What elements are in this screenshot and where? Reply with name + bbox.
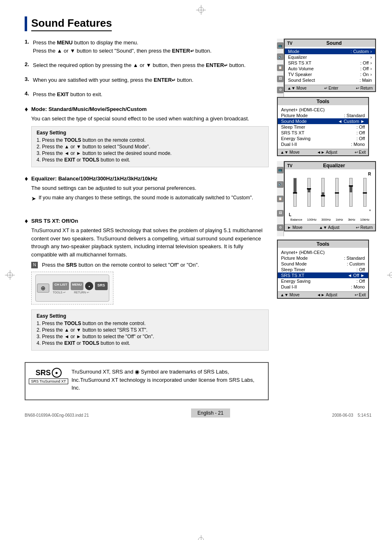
eq-plus-label: + [286, 208, 374, 212]
remote-dpad: ⊕ [37, 284, 49, 293]
tools1-anynet-label: Anynet+ (HDMI-CEC) [281, 107, 365, 112]
tv-side-icons-sound: 📺 🔊 📋 🖼 ⚙ [277, 39, 284, 97]
bullet-eq-sym: ♦ [25, 175, 29, 205]
list-item: 4. Press the EXIT or TOOLS button to exi… [37, 340, 263, 346]
sound-panel-footer: ▲▼ Move ↵ Enter ↩ Return [285, 85, 375, 91]
list-item: 2. Press the ▲ or ▼ button to select "SR… [37, 327, 263, 333]
srs-logo-bottom: SRS TruSurround XT [29, 378, 68, 384]
note-icon: N [31, 262, 38, 268]
tools2-footer-exit: ↩ Exit [355, 293, 366, 297]
right-column: 📺 🔊 📋 🖼 ⚙ TV Sound Mode [277, 39, 371, 400]
tools1-sleep-value: : Off [356, 125, 365, 129]
eq-arrow: › [370, 55, 372, 60]
tools2-dual-value: : Mono [351, 284, 365, 289]
eq-marker-3khz [349, 185, 353, 187]
tools2-sleep-value: : Off [356, 267, 365, 272]
remote-tools-row: TOOLS ↵ RETURN ↩ [53, 291, 107, 294]
crosshair-left [5, 270, 15, 280]
sound-row-tv-spk: TV Speaker : On › [285, 72, 375, 77]
eq-track-10khz [363, 178, 367, 207]
eq-bar-100hz [307, 178, 311, 207]
remote-menu-btn[interactable]: MENU [71, 282, 84, 290]
srs-arrow: › [370, 60, 372, 65]
eq-bars-row [286, 176, 374, 208]
tools2-title: Tools [280, 241, 366, 247]
eq-bar-3khz [349, 178, 353, 207]
eq-marker-300hz [321, 195, 325, 196]
tools1-row-pic: Picture Mode : Standard [278, 113, 368, 118]
tools1-sound-value: ◄ Custom ► [338, 119, 365, 124]
tools2-srs-label: SRS TS XT [281, 273, 348, 278]
tv-icon-1: 📺 [277, 42, 284, 49]
crosshair-top [196, 5, 206, 15]
step-4-num: 4. [25, 90, 30, 101]
eq-marker-100hz [307, 188, 311, 189]
sound-eq-label: Equalizer [288, 55, 370, 60]
remote-circle-btn[interactable]: ● [85, 282, 93, 290]
tools2-energy-value: : Off [356, 279, 365, 284]
sound-srs-value: : Off › [360, 60, 372, 65]
tools2-pic-value: : Standard [344, 256, 365, 261]
eq-fill-balance [294, 178, 296, 192]
sound-eq-value: › [370, 55, 372, 60]
easy-setting-mode-steps: 1. Press the TOOLS button on the remote … [37, 137, 263, 163]
eq-panel: TV Equalizer R [284, 161, 376, 231]
tools2-row-sleep: Sleep Timer : Off [278, 267, 368, 272]
remote-srs-btn[interactable]: SRS [95, 282, 108, 290]
tools2-energy-label: Energy Saving [281, 279, 356, 284]
bullet-srs-title: SRS TS XT: Off/On [31, 217, 269, 225]
list-item: 4. Press the EXIT or TOOLS button to exi… [37, 157, 263, 163]
content-area: 1. Press the MENU button to display the … [25, 39, 371, 400]
eq-panel-inner: TV Equalizer R [284, 161, 376, 236]
eq-col-3khz: 3kHz [348, 218, 355, 222]
step-2-content: Select the required option by pressing t… [33, 61, 269, 72]
srs-text: SRS [35, 369, 51, 377]
step-3: 3. When you are satisfied with your sett… [25, 76, 269, 87]
eq-bar-300hz [321, 178, 325, 207]
srs-logo-top: SRS ● [35, 368, 61, 378]
sound-row-mode: Mode : Custom › [285, 48, 375, 54]
easy-setting-srs: Easy Setting 1. Press the TOOLS button o… [31, 309, 269, 351]
footer-date: 2008-06-03 [332, 413, 353, 418]
eq-l-text: L [289, 212, 291, 217]
srs-remote-note: N Press the SRS button on the remote con… [31, 262, 269, 268]
eq-track-1khz [335, 178, 339, 207]
tools1-row-energy: Energy Saving : Off [278, 136, 368, 141]
srs-circle: ● [52, 368, 62, 378]
bottom-note-text: TruSurround XT, SRS and ◉ Symbol are tra… [71, 368, 261, 392]
tools1-pic-label: Picture Mode [281, 113, 344, 118]
tools1-row-dual: Dual I-II : Mono [278, 141, 368, 147]
av-arrow: › [370, 66, 372, 71]
tools1-footer-adjust: ◄► Adjust [317, 150, 337, 155]
mode-arrow-right: › [370, 49, 372, 54]
eq-note-text: If you make any changes to these setting… [39, 195, 253, 201]
remote-graphic: ⊕ CH LIST MENU ● SRS [35, 275, 109, 302]
remote-ch-list-btn[interactable]: CH LIST [53, 282, 69, 290]
tools1-sound-label: Sound Mode [281, 119, 338, 124]
tools2-pic-label: Picture Mode [281, 256, 344, 261]
bottom-note: SRS ● SRS TruSurround XT TruSurround XT,… [25, 362, 269, 400]
tools2-body: Anynet+ (HDMI-CEC) Picture Mode : Standa… [278, 248, 368, 291]
crosshair-right [387, 270, 392, 280]
easy-setting-mode-title: Easy Setting [37, 130, 263, 136]
bullet-eq-content: Equalizer: Balance/100Hz/300Hz/1kHz/3kHz… [31, 175, 269, 205]
step-3-content: When you are satisfied with your setting… [33, 76, 269, 87]
eq-bar-1khz [335, 178, 339, 207]
tools1-title: Tools [280, 99, 366, 104]
bullet-eq-title: Equalizer: Balance/100Hz/300Hz/1kHz/3kHz… [31, 175, 269, 183]
tools2-footer: ▲▼ Move ◄► Adjust ↩ Exit [278, 291, 368, 298]
eq-panel-wrapper: 📺 🔊 📋 🖼 ⚙ TV Equalizer [277, 161, 371, 236]
sound-panel-body: Mode : Custom › Equalizer › SRS TS XT : … [285, 47, 375, 85]
footer-move: ▲▼ Move [287, 86, 307, 90]
step-4-content: Press the EXIT button to exit. [33, 90, 269, 101]
tools1-dual-label: Dual I-II [281, 142, 351, 147]
footer-return: ↩ Return [356, 86, 373, 90]
list-item: 2. Press the ▲ or ▼ button to select "So… [37, 144, 263, 150]
remote-menu-group: CH LIST MENU ● SRS TOOLS ↵ RETURN ↩ [53, 282, 107, 294]
step-1: 1. Press the MENU button to display the … [25, 39, 269, 57]
eq-bar-balance [293, 178, 297, 207]
eq-tv-icon-1: 📺 [277, 167, 284, 173]
spk-arrow: › [370, 72, 372, 77]
title-bar: Sound Features [25, 16, 371, 31]
tools1-energy-label: Energy Saving [281, 136, 356, 141]
